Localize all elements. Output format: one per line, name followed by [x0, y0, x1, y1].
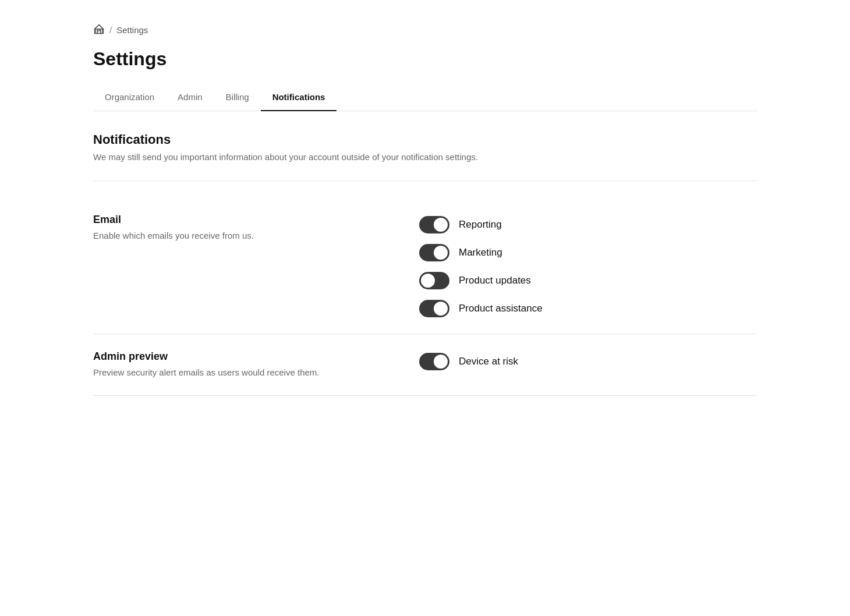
- toggle-label-device-at-risk: Device at risk: [459, 356, 518, 367]
- toggle-label-marketing: Marketing: [459, 247, 502, 259]
- admin-preview-heading: Admin preview: [93, 351, 396, 363]
- toggle-product-assistance[interactable]: [419, 300, 449, 317]
- tab-admin[interactable]: Admin: [166, 84, 214, 111]
- page-title: Settings: [93, 48, 757, 70]
- admin-preview-description: Preview security alert emails as users w…: [93, 366, 396, 380]
- tab-billing[interactable]: Billing: [214, 84, 261, 111]
- tab-notifications[interactable]: Notifications: [261, 84, 337, 111]
- admin-preview-section-content: Admin preview Preview security alert ema…: [93, 351, 757, 380]
- breadcrumb-separator: /: [109, 25, 112, 35]
- admin-preview-section: Admin preview Preview security alert ema…: [93, 334, 757, 396]
- email-toggles: Reporting Marketing: [419, 214, 757, 317]
- email-section: Email Enable which emails you receive fr…: [93, 197, 757, 334]
- toggle-row-device-at-risk: Device at risk: [419, 353, 757, 370]
- tab-organization[interactable]: Organization: [93, 84, 166, 111]
- toggle-label-product-assistance: Product assistance: [459, 303, 543, 314]
- notifications-heading: Notifications: [93, 132, 757, 147]
- toggle-row-product-updates: Product updates: [419, 272, 757, 289]
- toggle-product-updates[interactable]: [419, 272, 449, 289]
- breadcrumb-settings-label: Settings: [116, 25, 148, 35]
- toggle-row-marketing: Marketing: [419, 244, 757, 261]
- admin-preview-toggles: Device at risk: [419, 351, 757, 370]
- toggle-reporting[interactable]: [419, 216, 449, 233]
- toggle-label-product-updates: Product updates: [459, 275, 531, 286]
- toggle-row-reporting: Reporting: [419, 216, 757, 233]
- toggle-marketing[interactable]: [419, 244, 449, 261]
- notifications-description: We may still send you important informat…: [93, 151, 757, 164]
- toggle-label-reporting: Reporting: [459, 219, 502, 231]
- admin-preview-section-left: Admin preview Preview security alert ema…: [93, 351, 396, 380]
- divider-1: [93, 180, 757, 181]
- home-icon: [93, 23, 105, 37]
- email-description: Enable which emails you receive from us.: [93, 229, 396, 243]
- toggle-row-product-assistance: Product assistance: [419, 300, 757, 317]
- breadcrumb: / Settings: [93, 23, 757, 37]
- tabs-bar: Organization Admin Billing Notifications: [93, 84, 757, 111]
- email-heading: Email: [93, 214, 396, 226]
- notifications-header: Notifications We may still send you impo…: [93, 132, 757, 164]
- email-section-content: Email Enable which emails you receive fr…: [93, 214, 757, 317]
- toggle-device-at-risk[interactable]: [419, 353, 449, 370]
- email-section-left: Email Enable which emails you receive fr…: [93, 214, 396, 243]
- page-container: / Settings Settings Organization Admin B…: [58, 0, 792, 419]
